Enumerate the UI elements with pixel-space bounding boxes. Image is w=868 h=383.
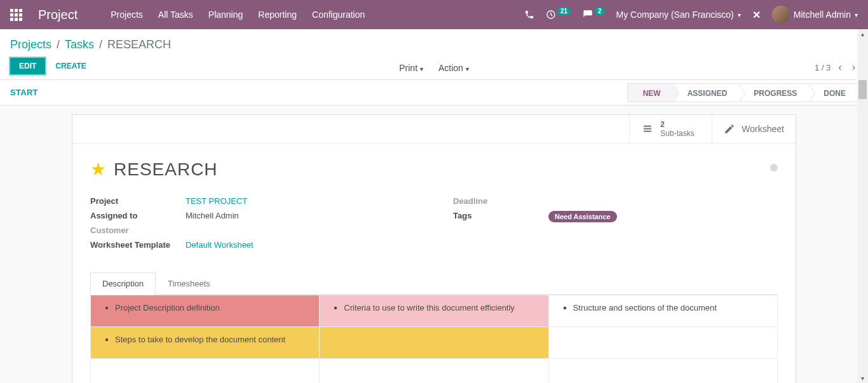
status-bar: START NEW ASSIGNED PROGRESS DONE xyxy=(0,80,868,105)
nav-projects[interactable]: Projects xyxy=(103,10,151,20)
svg-rect-1 xyxy=(644,126,651,127)
value-project[interactable]: TEST PROJECT xyxy=(186,196,247,206)
control-bar: Projects / Tasks / RESEARCH EDIT CREATE … xyxy=(0,29,868,80)
stage-done[interactable]: DONE xyxy=(808,83,858,102)
stages: NEW ASSIGNED PROGRESS DONE xyxy=(627,83,858,102)
chevron-down-icon: ▾ xyxy=(855,11,858,18)
scroll-down-icon[interactable]: ▾ xyxy=(857,375,868,382)
pager-prev[interactable]: ‹ xyxy=(836,62,844,73)
label-worksheet-template: Worksheet Template xyxy=(90,240,186,250)
activities-icon[interactable]: 21 xyxy=(546,10,571,20)
desc-cell-2-3 xyxy=(548,327,777,359)
desc-cell-3-1 xyxy=(91,359,320,384)
pager-text: 1 / 3 xyxy=(815,63,831,72)
phone-icon[interactable] xyxy=(524,10,534,20)
scroll-up-icon[interactable]: ▴ xyxy=(857,30,868,37)
breadcrumb-tasks[interactable]: Tasks xyxy=(65,38,94,51)
tab-timesheets[interactable]: Timesheets xyxy=(156,272,222,295)
tab-description[interactable]: Description xyxy=(90,272,156,295)
messages-count: 2 xyxy=(595,7,605,15)
svg-rect-3 xyxy=(644,131,651,132)
user-name: Mitchell Admin xyxy=(794,10,851,20)
company-name: My Company (San Francisco) xyxy=(616,10,734,20)
tabs: Description Timesheets xyxy=(90,272,778,295)
svg-rect-2 xyxy=(644,128,651,130)
fields-grid: Project TEST PROJECT Assigned to Mitchel… xyxy=(90,196,778,255)
label-assigned-to: Assigned to xyxy=(90,211,186,220)
desc-cell-1-2: Criteria to use to write this document e… xyxy=(320,295,548,327)
kanban-state-indicator[interactable] xyxy=(770,164,778,171)
nav-planning[interactable]: Planning xyxy=(201,10,251,20)
breadcrumb: Projects / Tasks / RESEARCH xyxy=(10,38,858,51)
edit-button[interactable]: EDIT xyxy=(10,58,45,74)
page-scrollbar[interactable]: ▴ ▾ xyxy=(857,29,868,383)
scroll-thumb[interactable] xyxy=(858,80,867,99)
desc-cell-2-1: Steps to take to develop the document co… xyxy=(91,327,320,359)
nav-all-tasks[interactable]: All Tasks xyxy=(151,10,201,20)
worksheet-label: Worksheet xyxy=(742,124,784,134)
apps-icon[interactable] xyxy=(10,9,22,21)
desc-cell-3-3 xyxy=(548,359,777,384)
task-title: RESEARCH xyxy=(114,159,218,180)
chevron-down-icon: ▾ xyxy=(420,65,423,72)
label-deadline: Deadline xyxy=(453,196,548,206)
sheet-background: 2 Sub-tasks Worksheet ★ RESEARCH xyxy=(0,105,868,383)
stat-buttons: 2 Sub-tasks Worksheet xyxy=(72,115,796,144)
messages-icon[interactable]: 2 xyxy=(582,10,605,20)
pager-next[interactable]: › xyxy=(850,62,858,73)
value-assigned-to: Mitchell Admin xyxy=(186,211,239,220)
pencil-icon xyxy=(724,123,735,135)
nav-reporting[interactable]: Reporting xyxy=(250,10,304,20)
pager: 1 / 3 ‹ › xyxy=(815,62,858,73)
chevron-down-icon: ▾ xyxy=(466,65,469,72)
desc-cell-2-2 xyxy=(320,327,548,359)
stage-new[interactable]: NEW xyxy=(627,83,672,102)
print-label: Print xyxy=(399,63,417,73)
stat-worksheet[interactable]: Worksheet xyxy=(712,115,796,143)
avatar xyxy=(772,6,790,24)
desc-cell-1-1: Project Description definition xyxy=(91,295,320,327)
desc-cell-1-3: Structure and sections of the document xyxy=(548,295,777,327)
list-icon xyxy=(641,124,654,134)
action-label: Action xyxy=(438,63,463,73)
description-table: Project Description definition Criteria … xyxy=(90,295,778,383)
subtasks-label: Sub-tasks xyxy=(660,129,694,138)
label-tags: Tags xyxy=(453,211,548,222)
form-sheet: 2 Sub-tasks Worksheet ★ RESEARCH xyxy=(72,114,796,383)
close-icon[interactable]: ✕ xyxy=(752,9,761,21)
user-menu[interactable]: Mitchell Admin ▾ xyxy=(772,6,858,24)
top-nav: Project Projects All Tasks Planning Repo… xyxy=(0,0,868,29)
label-project: Project xyxy=(90,196,186,206)
subtasks-count: 2 xyxy=(660,120,694,129)
tag-need-assistance: Need Assistance xyxy=(548,211,617,222)
chevron-down-icon: ▾ xyxy=(738,11,741,18)
desc-cell-3-2 xyxy=(320,359,548,384)
breadcrumb-current: RESEARCH xyxy=(107,38,171,51)
label-customer: Customer xyxy=(90,225,186,235)
stage-assigned[interactable]: ASSIGNED xyxy=(672,83,739,102)
stat-subtasks[interactable]: 2 Sub-tasks xyxy=(629,115,712,143)
create-button[interactable]: CREATE xyxy=(55,62,86,71)
company-switcher[interactable]: My Company (San Francisco) ▾ xyxy=(616,10,741,20)
star-icon[interactable]: ★ xyxy=(90,159,106,180)
nav-configuration[interactable]: Configuration xyxy=(304,10,372,20)
activities-count: 21 xyxy=(557,7,571,15)
print-dropdown[interactable]: Print ▾ xyxy=(399,63,423,73)
action-dropdown[interactable]: Action ▾ xyxy=(438,63,469,73)
stage-progress[interactable]: PROGRESS xyxy=(738,83,808,102)
breadcrumb-projects[interactable]: Projects xyxy=(10,38,51,51)
start-button[interactable]: START xyxy=(10,88,38,97)
brand[interactable]: Project xyxy=(38,8,78,22)
value-worksheet-template[interactable]: Default Worksheet xyxy=(186,240,254,250)
